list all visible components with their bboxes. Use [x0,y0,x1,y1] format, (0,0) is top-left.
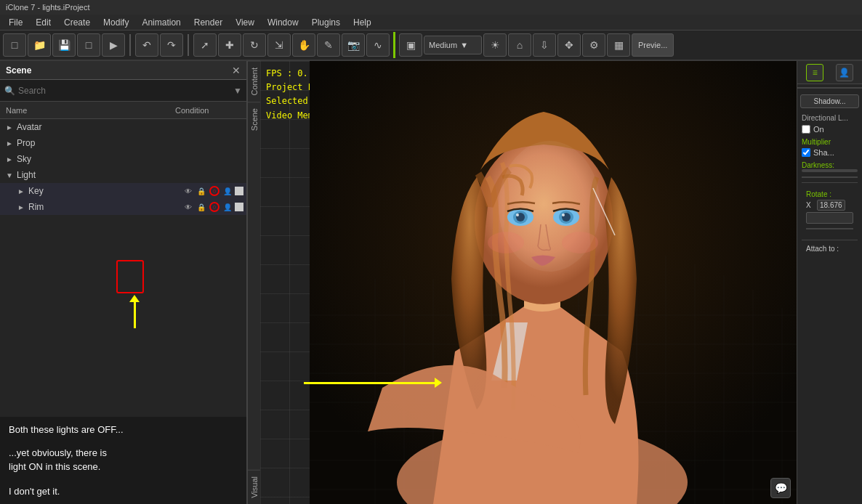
label-rim: Rim [28,202,182,212]
yellow-arrow-right [304,378,442,388]
rotate-btn[interactable]: ↻ [243,33,266,57]
move-button[interactable]: ✚ [218,33,241,57]
camera-button[interactable]: ▣ [399,33,422,57]
x-label: X [806,201,815,209]
grid-button[interactable]: ▦ [607,33,630,57]
menu-render[interactable]: Render [188,16,228,29]
key-color-swatch[interactable] [235,187,243,195]
export-button[interactable]: ▶ [102,33,125,57]
darkness-label: Darkness: [802,161,858,169]
viewport[interactable]: FPS : 0. Project Polygon : 47804 Selecte… [260,61,797,504]
rim-lock-icon[interactable]: 🔒 [196,201,207,213]
darkness-slider[interactable] [802,169,858,172]
key-person-icon[interactable]: 👤 [222,185,233,197]
tree-row-prop[interactable]: ► Prop [0,135,246,151]
scene-header: Scene ✕ [0,61,246,80]
rim-person-icon[interactable]: 👤 [222,201,233,213]
menu-create[interactable]: Create [58,16,96,29]
arrow-rim: ► [17,203,26,211]
column-name: Name [6,106,175,115]
multiplier-label: Multiplier [802,138,858,146]
rim-icons: 👁 🔒 ○ 👤 [182,201,243,213]
rim-off-icon[interactable]: ○ [209,201,220,213]
scene-search-bar: 🔍 ▼ [0,80,246,102]
rotate-y-input[interactable] [806,212,853,224]
darkness-slider-row [802,169,858,172]
tab-visual[interactable]: Visual [248,470,260,504]
toolbar: □ 📁 💾 □ ▶ ↶ ↷ ➚ ✚ ↻ ⇲ ✋ ✎ 📷 ∿ ▣ Medium ▼… [0,31,862,61]
annotation-line4: I don't get it. [9,484,238,499]
clip-button[interactable]: 📷 [342,33,365,57]
tab-content[interactable]: Content [248,61,260,102]
right-tab-person[interactable]: 👤 [836,64,853,81]
home-button[interactable]: ⌂ [508,33,531,57]
key-visibility-icon[interactable]: 👁 [182,185,194,197]
annotation-line1: Both these lights are OFF... [9,423,238,437]
fullscreen-btn[interactable]: ✥ [557,33,581,57]
chat-icon[interactable]: 💬 [770,478,791,498]
redo-button[interactable]: ↷ [160,33,183,57]
arrow-shaft-horizontal [304,382,435,384]
render-button[interactable]: □ [77,33,100,57]
directional-label: Directional L... [802,114,858,122]
tree-row-sky[interactable]: ► Sky [0,151,246,167]
key-off-icon[interactable]: ○ [209,185,220,197]
search-filter-dropdown[interactable]: ▼ [233,86,242,96]
tree-row-avatar[interactable]: ► Avatar [0,119,246,135]
rim-visibility-icon[interactable]: 👁 [182,201,194,213]
wave-button[interactable]: ∿ [366,33,390,57]
attach-label: Attach to : [806,245,839,253]
light-btn[interactable]: ☀ [483,33,507,57]
menu-view[interactable]: View [230,16,260,29]
attach-section: Attach to : [802,240,858,256]
scene-close-button[interactable]: ✕ [232,65,241,76]
scene-panel: Scene ✕ 🔍 ▼ Name Condition ► Avatar ► Pr… [0,61,247,504]
shadow-checkbox-row: Sha... [802,148,858,157]
rotate-x-row: X 18.676 [806,200,853,211]
preview-label: Previe... [632,33,674,57]
settings-button[interactable]: ⚙ [582,33,605,57]
menu-bar: File Edit Create Modify Animation Render… [0,15,862,31]
shadow-checkbox[interactable] [802,148,810,157]
right-panel: ≡ 👤 Shadow... Directional L... On Multip… [797,61,862,504]
arrow-light: ▼ [6,171,15,179]
arrow-key: ► [17,187,26,195]
rim-off-circle: ○ [209,202,219,212]
on-checkbox[interactable] [802,125,810,134]
tab-scene[interactable]: Scene [248,102,260,137]
title-bar: iClone 7 - lights.iProject [0,0,862,15]
right-panel-separator [797,87,862,89]
scale-button[interactable]: ⇲ [267,33,291,57]
menu-plugins[interactable]: Plugins [306,16,346,29]
menu-window[interactable]: Window [262,16,305,29]
character-portrait [310,61,797,504]
undo-button[interactable]: ↶ [135,33,158,57]
section-divider [802,176,858,178]
import-button[interactable]: ⇩ [533,33,556,57]
rotate-x-value: 18.676 [817,200,845,211]
menu-file[interactable]: File [3,16,28,29]
search-input[interactable] [18,86,230,96]
right-tab-sliders[interactable]: ≡ [806,64,823,81]
paint-button[interactable]: ✋ [292,33,315,57]
select-button[interactable]: ➚ [193,33,217,57]
open-button[interactable]: 📁 [28,33,51,57]
tree-row-key[interactable]: ► Key 👁 🔒 ○ 👤 [0,183,246,199]
tree-row-light[interactable]: ▼ Light [0,167,246,183]
quality-dropdown[interactable]: Medium ▼ [424,36,482,54]
save-button[interactable]: 💾 [52,33,76,57]
scene-tree: ► Avatar ► Prop ► Sky ▼ Light [0,119,246,410]
menu-edit[interactable]: Edit [30,16,57,29]
scene-title: Scene [6,65,31,76]
new-button[interactable]: □ [3,33,26,57]
menu-modify[interactable]: Modify [97,16,134,29]
tree-row-rim[interactable]: ► Rim 👁 🔒 ○ 👤 [0,199,246,215]
brush-button[interactable]: ✎ [317,33,340,57]
shadow-button[interactable]: Shadow... [800,94,859,108]
rim-color-swatch[interactable] [235,203,243,211]
rotate-section: Rotate : X 18.676 [802,182,858,237]
key-lock-icon[interactable]: 🔒 [196,185,207,197]
menu-help[interactable]: Help [347,16,377,29]
yellow-arrow-up [129,295,140,328]
menu-animation[interactable]: Animation [136,16,186,29]
